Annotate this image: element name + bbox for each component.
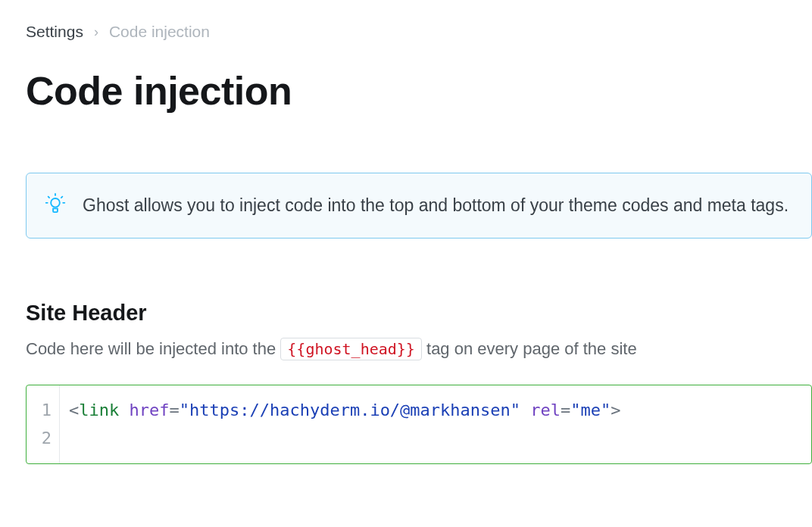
token-punct: > xyxy=(611,401,620,419)
token-quote: " xyxy=(180,401,189,419)
site-header-desc: Code here will be injected into the {{gh… xyxy=(26,338,812,360)
editor-gutter: 1 2 xyxy=(27,385,60,463)
token-attr: rel xyxy=(530,401,561,419)
token-quote: " xyxy=(570,401,580,419)
info-text: Ghost allows you to inject code into the… xyxy=(83,192,789,220)
page-title: Code injection xyxy=(26,68,812,114)
line-number: 1 xyxy=(27,396,53,424)
token-punct: = xyxy=(169,401,179,419)
svg-line-3 xyxy=(61,197,62,198)
site-header-code-editor[interactable]: 1 2 <link href="https://hachyderm.io/@ma… xyxy=(26,385,812,464)
token-quote: " xyxy=(511,401,520,419)
token-punct: < xyxy=(69,401,79,419)
token-punct: = xyxy=(561,401,570,419)
lightbulb-icon xyxy=(45,193,66,214)
breadcrumb: Settings › Code injection xyxy=(26,23,812,41)
svg-line-2 xyxy=(48,197,49,198)
site-header-title: Site Header xyxy=(26,301,812,326)
editor-code[interactable]: <link href="https://hachyderm.io/@markha… xyxy=(60,385,630,463)
token-string: me xyxy=(581,401,601,419)
svg-point-0 xyxy=(51,198,60,207)
breadcrumb-current: Code injection xyxy=(109,23,210,41)
token-space xyxy=(119,401,129,419)
breadcrumb-root[interactable]: Settings xyxy=(26,23,83,41)
desc-prefix: Code here will be injected into the xyxy=(26,339,280,358)
desc-suffix: tag on every page of the site xyxy=(422,339,637,358)
token-space xyxy=(520,401,530,419)
chevron-right-icon: › xyxy=(94,24,98,40)
token-quote: " xyxy=(601,401,611,419)
line-number: 2 xyxy=(27,424,53,452)
token-string: https://hachyderm.io/@markhansen xyxy=(189,401,511,419)
info-callout: Ghost allows you to inject code into the… xyxy=(26,173,812,239)
token-tag: link xyxy=(79,401,119,419)
ghost-head-chip: {{ghost_head}} xyxy=(280,338,422,360)
token-attr: href xyxy=(129,401,169,419)
